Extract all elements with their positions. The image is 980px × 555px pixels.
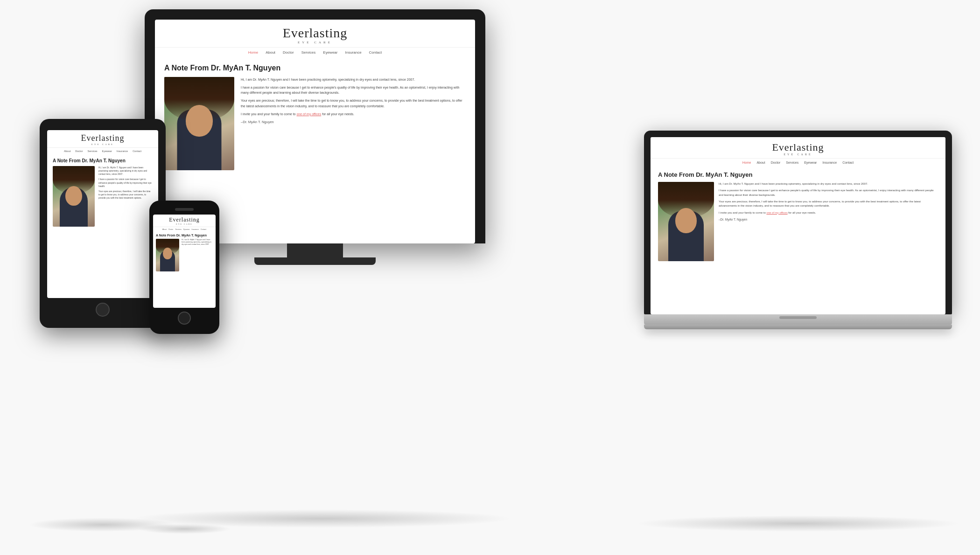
phone-nav-insurance[interactable]: Insurance: [192, 229, 199, 230]
tablet-shell: Everlasting EYE CARE About Doctor Servic…: [40, 119, 166, 328]
tablet-two-col: Hi, I am Dr. MyAn T. Nguyen and I have b…: [53, 166, 153, 227]
laptop-doctor-photo: [658, 182, 714, 261]
tablet-nav-insurance[interactable]: Insurance: [117, 150, 128, 153]
tablet-screen: Everlasting EYE CARE About Doctor Servic…: [47, 130, 158, 298]
tablet-page-heading: A Note From Dr. MyAn T. Nguyen: [53, 158, 153, 163]
monitor-para-3: Your eyes are precious; therefore, I wil…: [241, 98, 466, 108]
monitor-stand-base: [254, 257, 376, 265]
laptop-nav-contact[interactable]: Contact: [842, 161, 854, 164]
laptop-para-2: I have a passion for vision care because…: [719, 188, 938, 197]
tablet-para-2: I have a passion for vision care because…: [98, 178, 153, 188]
nav-insurance[interactable]: Insurance: [345, 50, 361, 55]
laptop-site-header: Everlasting EYE CARE: [651, 137, 945, 159]
laptop-website: Everlasting EYE CARE Home About Doctor S…: [651, 137, 945, 314]
nav-doctor[interactable]: Doctor: [283, 50, 294, 55]
phone-nav: About Doctor Services Eyewear Insurance …: [153, 227, 216, 232]
laptop-nav-eyewear[interactable]: Eyewear: [804, 161, 817, 164]
tablet-device: Everlasting EYE CARE About Doctor Servic…: [40, 119, 166, 328]
tablet-home-button[interactable]: [96, 303, 110, 317]
laptop-hair-overlay: [658, 182, 714, 218]
phone-shell: Everlasting EYE CARE About Doctor Servic…: [149, 201, 219, 334]
tablet-hair-overlay: [53, 166, 95, 194]
laptop-logo-script: Everlasting: [653, 142, 943, 153]
tablet-logo-script: Everlasting: [49, 134, 156, 143]
tablet-website: Everlasting EYE CARE About Doctor Servic…: [47, 130, 158, 298]
tablet-nav-contact[interactable]: Contact: [133, 150, 141, 153]
phone-para-1: Hi, I am Dr. MyAn T. Nguyen and I have b…: [182, 239, 213, 246]
phone-hair-overlay: [156, 239, 179, 255]
tablet-doctor-photo: [53, 166, 95, 227]
tablet-para-1: Hi, I am Dr. MyAn T. Nguyen and I have b…: [98, 166, 153, 176]
tablet-nav-about[interactable]: About: [64, 150, 70, 153]
laptop-shadow: [635, 515, 961, 532]
laptop-para-4: I invite you and your family to come to …: [719, 211, 938, 215]
phone-site-content: A Note From Dr. MyAn T. Nguyen Hi, I am …: [153, 232, 216, 273]
monitor-stand-neck: [287, 243, 343, 257]
laptop-screen: Everlasting EYE CARE Home About Doctor S…: [651, 137, 945, 314]
phone-device: Everlasting EYE CARE About Doctor Servic…: [149, 201, 219, 334]
monitor-page-heading: A Note From Dr. MyAn T. Nguyen: [164, 64, 466, 72]
phone-nav-eyewear[interactable]: Eyewear: [183, 229, 190, 230]
monitor-site-content: A Note From Dr. MyAn T. Nguyen Hi, I am …: [155, 57, 475, 177]
nav-services[interactable]: Services: [301, 50, 316, 55]
phone-screen: Everlasting EYE CARE About Doctor Servic…: [153, 215, 216, 308]
monitor-logo-script: Everlasting: [158, 26, 472, 41]
laptop-para-3: Your eyes are precious; therefore, I wil…: [719, 200, 938, 208]
phone-nav-contact[interactable]: Contact: [201, 229, 206, 230]
tablet-nav-eyewear[interactable]: Eyewear: [102, 150, 112, 153]
laptop-bottom: [644, 325, 952, 329]
monitor-signature: –Dr. MyAn T. Nguyen: [241, 119, 466, 125]
phone-shadow: [138, 524, 231, 534]
laptop-base: [644, 314, 952, 325]
phone-nav-doctor[interactable]: Doctor: [168, 229, 173, 230]
laptop-body-text: Hi, I am Dr. MyAn T. Nguyen and I have b…: [719, 182, 938, 261]
laptop-lid: Everlasting EYE CARE Home About Doctor S…: [644, 131, 952, 314]
nav-about[interactable]: About: [266, 50, 275, 55]
tablet-nav: About Doctor Services Eyewear Insurance …: [47, 148, 158, 154]
phone-site-header: Everlasting EYE CARE: [153, 215, 216, 227]
phone-nav-services[interactable]: Services: [175, 229, 181, 230]
monitor-hair-overlay: [164, 77, 234, 122]
laptop-offices-link[interactable]: one of my offices: [766, 211, 787, 214]
monitor-para-1: Hi, I am Dr. MyAn T. Nguyen and I have b…: [241, 77, 466, 82]
phone-body-text: Hi, I am Dr. MyAn T. Nguyen and I have b…: [182, 239, 213, 271]
laptop-two-col: Hi, I am Dr. MyAn T. Nguyen and I have b…: [658, 182, 938, 261]
nav-home[interactable]: Home: [248, 50, 258, 55]
tablet-para-3: Your eyes are precious; therefore, I wil…: [98, 190, 153, 200]
monitor-para-4: I invite you and your family to come to …: [241, 111, 466, 117]
laptop-nav-insurance[interactable]: Insurance: [822, 161, 837, 164]
phone-nav-about[interactable]: About: [162, 229, 167, 230]
phone-home-button[interactable]: [178, 312, 191, 325]
phone-logo-sub: EYE CARE: [154, 223, 214, 225]
tablet-nav-services[interactable]: Services: [87, 150, 97, 153]
laptop-signature: –Dr. MyAn T. Nguyen: [719, 217, 938, 222]
monitor-logo-sub: EYE CARE: [158, 41, 472, 44]
tablet-nav-doctor[interactable]: Doctor: [75, 150, 83, 153]
phone-logo-script: Everlasting: [154, 217, 214, 223]
laptop-para-1: Hi, I am Dr. MyAn T. Nguyen and I have b…: [719, 182, 938, 186]
monitor-nav: Home About Doctor Services Eyewear Insur…: [155, 48, 475, 57]
monitor-site-header: Everlasting EYE CARE: [155, 20, 475, 48]
phone-page-heading: A Note From Dr. MyAn T. Nguyen: [156, 234, 213, 237]
scene: Everlasting EYE CARE Home About Doctor S…: [0, 0, 980, 555]
phone-doctor-photo: [156, 239, 179, 271]
tablet-site-content: A Note From Dr. MyAn T. Nguyen Hi, I am …: [47, 154, 158, 230]
nav-eyewear[interactable]: Eyewear: [323, 50, 337, 55]
laptop-site-content: A Note From Dr. MyAn T. Nguyen Hi, I am …: [651, 166, 945, 266]
tablet-site-header: Everlasting EYE CARE: [47, 130, 158, 148]
phone-speaker: [175, 208, 194, 211]
laptop-nav-services[interactable]: Services: [786, 161, 798, 164]
laptop-nav-about[interactable]: About: [756, 161, 765, 164]
phone-website: Everlasting EYE CARE About Doctor Servic…: [153, 215, 216, 308]
laptop-nav-doctor[interactable]: Doctor: [771, 161, 781, 164]
monitor-doctor-photo: [164, 77, 234, 170]
monitor-body-text: Hi, I am Dr. MyAn T. Nguyen and I have b…: [241, 77, 466, 170]
laptop-logo-sub: EYE CARE: [653, 153, 943, 156]
tablet-body-text: Hi, I am Dr. MyAn T. Nguyen and I have b…: [98, 166, 153, 227]
phone-two-col: Hi, I am Dr. MyAn T. Nguyen and I have b…: [156, 239, 213, 271]
laptop-nav-home[interactable]: Home: [742, 161, 751, 164]
tablet-logo-sub: EYE CARE: [49, 143, 156, 146]
nav-contact[interactable]: Contact: [369, 50, 382, 55]
monitor-para-2: I have a passion for vision care because…: [241, 85, 466, 95]
monitor-offices-link[interactable]: one of my offices: [296, 112, 321, 116]
